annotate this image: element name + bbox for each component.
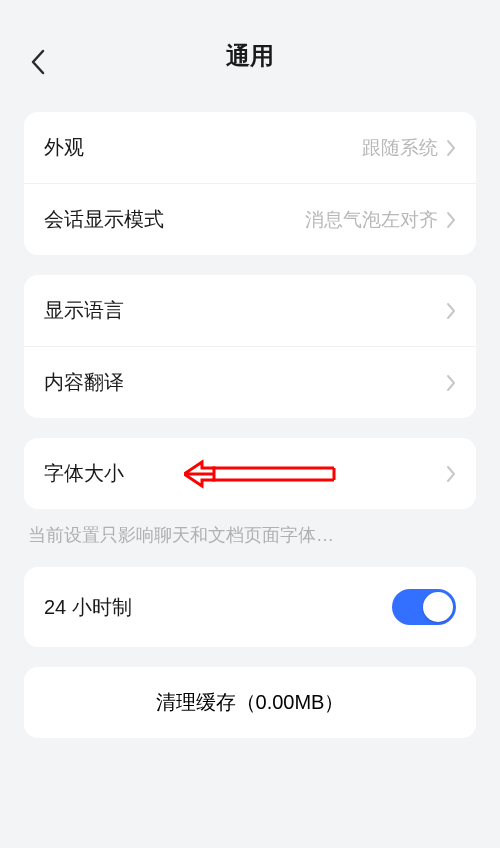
appearance-label: 外观 (44, 134, 84, 161)
chat-display-label: 会话显示模式 (44, 206, 164, 233)
annotation-arrow-icon (184, 454, 354, 494)
chevron-right-icon (446, 374, 456, 392)
chat-display-value: 消息气泡左对齐 (164, 207, 438, 233)
chevron-right-icon (446, 211, 456, 229)
clock-24h-toggle[interactable] (392, 589, 456, 625)
translation-row[interactable]: 内容翻译 (24, 346, 476, 418)
clear-cache-label: 清理缓存（0.00MB） (156, 689, 345, 716)
chat-display-row[interactable]: 会话显示模式 消息气泡左对齐 (24, 183, 476, 255)
settings-group-1: 外观 跟随系统 会话显示模式 消息气泡左对齐 (24, 112, 476, 255)
font-size-hint: 当前设置只影响聊天和文档页面字体… (28, 523, 472, 547)
font-size-row[interactable]: 字体大小 (24, 438, 476, 509)
chevron-right-icon (446, 139, 456, 157)
page-title: 通用 (24, 40, 476, 72)
appearance-row[interactable]: 外观 跟随系统 (24, 112, 476, 183)
language-label: 显示语言 (44, 297, 124, 324)
page-header: 通用 (0, 0, 500, 92)
back-button[interactable] (30, 48, 46, 80)
appearance-value: 跟随系统 (84, 135, 438, 161)
clock-24h-row: 24 小时制 (24, 567, 476, 647)
chevron-right-icon (446, 465, 456, 483)
settings-group-3: 字体大小 (24, 438, 476, 509)
chevron-left-icon (30, 48, 46, 76)
clock-24h-label: 24 小时制 (44, 594, 132, 621)
language-row[interactable]: 显示语言 (24, 275, 476, 346)
toggle-knob (423, 592, 453, 622)
clear-cache-row[interactable]: 清理缓存（0.00MB） (24, 667, 476, 738)
translation-label: 内容翻译 (44, 369, 124, 396)
settings-group-4: 24 小时制 (24, 567, 476, 647)
font-size-label: 字体大小 (44, 460, 124, 487)
chevron-right-icon (446, 302, 456, 320)
settings-group-5: 清理缓存（0.00MB） (24, 667, 476, 738)
settings-group-2: 显示语言 内容翻译 (24, 275, 476, 418)
